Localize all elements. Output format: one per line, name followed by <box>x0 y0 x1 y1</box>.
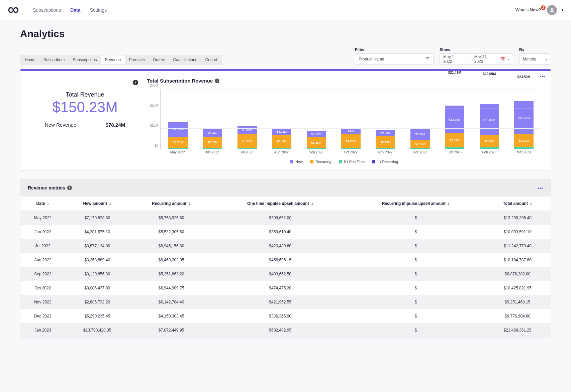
nav-item-data[interactable]: Data <box>70 7 80 13</box>
table-cell: $ <box>347 225 484 239</box>
bar-group: $6.95M$3.88M$11.24M <box>230 89 264 149</box>
tab-revenue[interactable]: Revenue <box>101 55 125 64</box>
bar-segment-iu-one-time <box>480 147 499 149</box>
info-icon[interactable]: i <box>133 80 138 85</box>
chart-legend: NewRecurringIU One TimeIU Recurring <box>147 160 541 164</box>
bar-segment-new: $7.17M <box>168 122 188 137</box>
bar-segment-iu-one-time <box>203 148 222 149</box>
table-cell: $ <box>347 281 484 295</box>
logo[interactable] <box>7 4 19 16</box>
bar-segment-recurring: $6.94M <box>341 134 361 148</box>
bar-segment-new: $16.48M <box>514 101 534 134</box>
grid-line <box>161 128 541 129</box>
bar-segment-new: $13.79M <box>445 106 464 133</box>
bar-total-label: $23.59M <box>517 75 531 88</box>
table-cell: $13,793,428.35 <box>65 323 129 337</box>
sort-icon[interactable]: ▲▼ <box>109 202 111 206</box>
table-cell: $3,120,856.30 <box>65 267 129 281</box>
sort-icon[interactable]: ▲▼ <box>188 202 191 206</box>
table-cell: $10,425,821.95 <box>484 281 551 295</box>
calendar-icon: 📅 <box>500 57 505 61</box>
x-label: Oct 2022 <box>334 149 368 156</box>
bar-segment-new: $2.69M <box>376 130 395 136</box>
x-label: Dec 2022 <box>403 149 438 156</box>
table-row: Oct 2022$3,006,437.00$6,944,909.75$474,4… <box>20 281 551 295</box>
column-header[interactable]: Recurring impulse upsell amount▲▼ <box>347 197 484 211</box>
table-cell: $2,686,732.20 <box>65 295 129 309</box>
tab-subscriptions[interactable]: Subscriptions <box>69 55 101 64</box>
table-cell: $359,610.40 <box>213 225 348 239</box>
table-cell: $456,695.15 <box>213 253 348 267</box>
table-cell: $10,093,591.10 <box>484 225 551 239</box>
sort-icon[interactable]: ▲▼ <box>311 202 313 206</box>
bar-segment-new: $5.29M <box>410 129 430 140</box>
nav-item-subscriptions[interactable]: Subscriptions <box>33 7 61 13</box>
bar-segment-new: $3.12M <box>307 131 326 137</box>
table-cell: $5,351,863.20 <box>129 267 213 281</box>
column-header[interactable]: Total amount▲▼ <box>484 197 551 211</box>
bar-segment-recurring: $6.95M <box>237 134 257 148</box>
tab-products[interactable]: Products <box>125 55 149 64</box>
table-cell: $6,142,784.40 <box>129 295 213 309</box>
tab-orders[interactable]: Orders <box>149 55 169 64</box>
by-select[interactable]: Months ▾ <box>519 53 551 65</box>
date-range-picker[interactable]: May 1, 2022 - Mar 31, 2023 📅 ▾ <box>440 53 513 65</box>
sort-icon[interactable]: ▲▼ <box>448 202 450 206</box>
legend-item[interactable]: IU Recurring <box>372 160 398 164</box>
table-cell: $ <box>347 253 484 267</box>
x-label: Jul 2022 <box>229 149 264 156</box>
y-axis: $0$10M$20M$30M <box>147 89 160 149</box>
x-label: Feb 2023 <box>472 149 507 156</box>
bar-segment-iu-one-time <box>272 148 291 149</box>
column-header[interactable]: Recurring amount▲▼ <box>129 197 213 211</box>
table-cell: $ <box>347 239 484 253</box>
tab-cohort[interactable]: Cohort <box>201 55 221 64</box>
column-header[interactable]: New amount▲▼ <box>65 197 129 211</box>
table-cell: $13,239,206.40 <box>484 211 551 225</box>
table-cell: $5,290,235.45 <box>65 309 129 323</box>
table-menu-button[interactable]: ••• <box>538 185 543 190</box>
nav-item-settings[interactable]: Settings <box>90 7 107 13</box>
tab-cancellations[interactable]: Cancellations <box>169 55 201 64</box>
user-avatar[interactable] <box>547 5 557 15</box>
bar-segment-new: $4.2M <box>203 128 222 137</box>
table-cell: $ <box>347 295 484 309</box>
bar-segment-iu-one-time <box>341 148 361 149</box>
bar-total-label: $9.78M <box>414 69 425 88</box>
whats-new-link[interactable]: What's New? 3 <box>515 7 542 12</box>
page-title: Analytics <box>20 28 551 39</box>
column-header[interactable]: One time impulse upsell amount▲▼ <box>213 197 348 211</box>
bar-group: $6.05M$15.36M$22.09M <box>472 89 506 149</box>
table-cell: Aug 2022 <box>20 253 65 267</box>
filter-label: Filter <box>355 47 434 52</box>
table-cell: $ <box>347 323 484 337</box>
table-cell: $9,776,904.80 <box>484 309 551 323</box>
grid-line <box>161 109 541 109</box>
bar-segment-recurring: $6.05M <box>480 135 499 147</box>
new-revenue-label: New Revenue <box>45 122 76 128</box>
column-header[interactable]: Date▲ <box>20 197 65 211</box>
filter-product-select[interactable]: Product Name <box>355 53 434 65</box>
tab-home[interactable]: Home <box>21 55 39 64</box>
bar-segment-recurring: $5.35M <box>307 137 326 148</box>
table-cell: $602,482.95 <box>213 323 348 337</box>
date-to: Mar 31, 2023 <box>474 54 497 64</box>
legend-item[interactable]: Recurring <box>310 160 331 164</box>
y-tick: $0 <box>155 144 158 147</box>
total-revenue-value: $150.23M <box>30 99 140 116</box>
bar-group: $7.07M$13.79M$21.47M <box>438 89 472 149</box>
sort-icon[interactable]: ▲ <box>47 203 49 205</box>
filter-icon <box>425 56 430 62</box>
by-label: By <box>519 47 551 52</box>
table-cell: Jul 2022 <box>20 239 65 253</box>
legend-item[interactable]: New <box>290 160 303 164</box>
info-icon[interactable]: i <box>67 185 72 190</box>
table-cell: $5,532,305.60 <box>129 225 213 239</box>
bar-total-label: $22.09M <box>483 72 496 88</box>
user-menu-chevron[interactable]: ▾ <box>562 8 564 12</box>
x-label: Jun 2022 <box>195 149 230 156</box>
sort-icon[interactable]: ▲▼ <box>530 202 532 206</box>
tab-subscribers[interactable]: Subscribers <box>39 55 69 64</box>
legend-item[interactable]: IU One Time <box>339 160 365 164</box>
svg-point-0 <box>551 8 553 10</box>
